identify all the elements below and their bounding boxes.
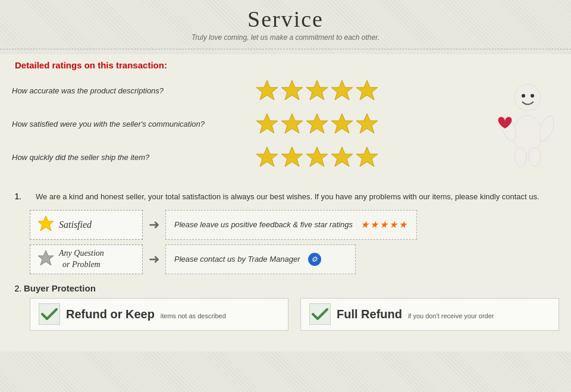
positive-feedback-text: Please leave us positive feedback & five… (174, 220, 357, 229)
full-refund-box: Full Refund if you don't receive your or… (300, 298, 559, 331)
svg-marker-0 (256, 80, 278, 100)
star-1-4 (331, 79, 353, 102)
star-2-1 (256, 112, 278, 135)
header-divider (0, 49, 571, 49)
step-2: Buyer Protection Refund or Keep items no… (24, 283, 559, 331)
star-1-3 (306, 79, 328, 102)
star-2-4 (331, 112, 353, 135)
star-3-3 (306, 146, 328, 168)
rating-stars-2 (256, 112, 378, 135)
svg-marker-23 (38, 216, 54, 231)
five-star-icons: ★★★★★ (360, 219, 408, 230)
header-subtitle: Truly love coming, let us make a commitm… (0, 33, 571, 42)
svg-point-20 (529, 148, 541, 167)
checkmark-2 (309, 303, 331, 325)
svg-marker-24 (38, 250, 54, 265)
rating-row-2: How satisfied were you with the seller's… (12, 112, 488, 135)
rating-row-3: How quickly did the seller ship the item… (12, 146, 488, 168)
svg-marker-12 (306, 147, 328, 167)
header: Service Truly love coming, let us make a… (0, 0, 571, 44)
refund-or-keep-sub: items not as described (161, 312, 226, 319)
step-1: We are a kind and honest seller, your to… (24, 191, 559, 274)
svg-marker-11 (281, 147, 303, 167)
star-3-1 (256, 146, 278, 168)
ratings-section-title: Detailed ratings on this transaction: (15, 60, 559, 70)
question-star-icon (37, 250, 54, 268)
ratings-left: How accurate was the product description… (12, 79, 488, 179)
steps-list: We are a kind and honest seller, your to… (12, 191, 559, 331)
svg-point-15 (514, 84, 541, 111)
svg-marker-2 (306, 80, 328, 100)
step-2-title: Buyer Protection (24, 283, 559, 293)
satisfied-box: Satisfied (30, 210, 143, 240)
svg-point-16 (522, 94, 525, 98)
satisfied-star-icon (37, 215, 54, 234)
svg-marker-4 (356, 80, 378, 100)
svg-marker-9 (356, 114, 378, 133)
rating-question-2: How satisfied were you with the seller's… (12, 120, 238, 128)
full-refund-sub: if you don't receive your order (408, 312, 494, 319)
star-2-5 (356, 112, 378, 135)
arrow-1: ➜ (149, 217, 159, 233)
star-1-5 (356, 79, 378, 102)
page-title: Service (0, 6, 571, 32)
star-3-2 (281, 146, 303, 168)
page-wrapper: Service Truly love coming, let us make a… (0, 0, 571, 392)
svg-point-19 (514, 148, 526, 167)
question-row: Any Questionor Problem ➜ Please contact … (30, 244, 559, 274)
svg-marker-7 (306, 114, 328, 133)
rating-row-1: How accurate was the product description… (12, 79, 488, 102)
step-1-description: We are a kind and honest seller, your to… (36, 191, 559, 203)
svg-marker-14 (356, 147, 378, 167)
svg-marker-5 (256, 114, 278, 133)
refund-or-keep-box: Refund or Keep items not as described (30, 298, 288, 331)
satisfied-row: Satisfied ➜ Please leave us positive fee… (30, 210, 559, 240)
refund-or-keep-main: Refund or Keep (66, 308, 155, 321)
satisfied-label: Satisfied (59, 219, 92, 230)
star-2-3 (306, 112, 328, 135)
star-3-4 (331, 146, 353, 168)
trade-manager-text: Please contact us by Trade Manager (174, 255, 305, 264)
full-refund-text: Full Refund if you don't receive your or… (337, 308, 494, 321)
question-label: Any Questionor Problem (59, 248, 104, 269)
character-figure (488, 79, 559, 168)
svg-marker-8 (331, 114, 353, 133)
star-1-2 (281, 79, 303, 102)
rating-question-1: How accurate was the product description… (12, 86, 238, 95)
checkmark-1 (39, 303, 60, 325)
question-box: Any Questionor Problem (30, 244, 143, 274)
arrow-2: ➜ (149, 252, 159, 267)
full-refund-main: Full Refund (337, 308, 402, 321)
rating-stars-3 (256, 146, 378, 168)
star-3-5 (356, 146, 378, 168)
svg-marker-10 (256, 147, 278, 167)
trade-manager-box: Please contact us by Trade Manager ⚙ (165, 244, 356, 274)
svg-marker-3 (331, 80, 353, 100)
ratings-section: How accurate was the product description… (12, 79, 559, 179)
rating-question-3: How quickly did the seller ship the item… (12, 153, 238, 162)
trade-manager-icon: ⚙ (308, 253, 321, 266)
svg-marker-6 (281, 114, 303, 133)
star-1-1 (256, 79, 278, 102)
svg-point-18 (513, 115, 542, 153)
positive-feedback-box: Please leave us positive feedback & five… (165, 210, 417, 240)
refund-or-keep-text: Refund or Keep items not as described (66, 308, 226, 321)
rating-stars-1 (256, 79, 378, 102)
svg-marker-1 (281, 80, 303, 100)
svg-marker-13 (331, 147, 353, 167)
buyer-protection-row: Refund or Keep items not as described (30, 298, 559, 331)
star-2-2 (281, 112, 303, 135)
main-content: Detailed ratings on this transaction: Ho… (0, 54, 571, 352)
svg-point-17 (531, 94, 534, 98)
